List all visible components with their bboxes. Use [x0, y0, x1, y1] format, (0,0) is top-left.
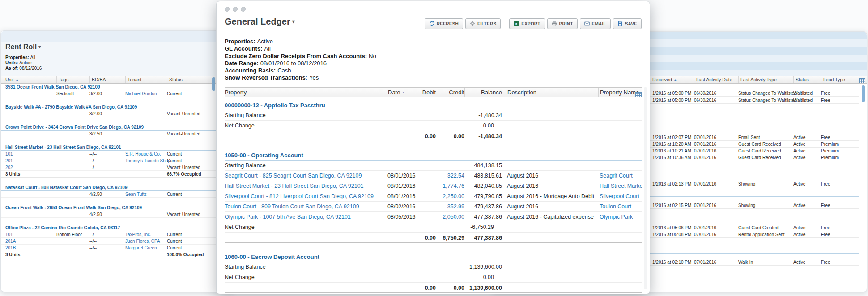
description-cell: August 2016 - Mortgage Auto Debit: [502, 193, 598, 199]
column-header-date[interactable]: Date▲: [386, 88, 418, 97]
gl-account-section-row: 00000000-12 - Appfolio Tax Passthru: [225, 100, 642, 110]
bdba-cell: --/--: [89, 165, 125, 170]
rent-roll-row: 3/2.00 Vacant-Unrented: [1, 110, 233, 117]
unit-link[interactable]: 201: [5, 158, 56, 163]
credit-amount-link[interactable]: 1,774.76: [436, 183, 464, 189]
status-cell: Active: [793, 182, 821, 186]
spacer-row: [1, 198, 233, 204]
gl-account-link[interactable]: 1060-00 - Escrow Deposit Account: [225, 254, 319, 260]
property-group-link[interactable]: Hall Street Market - 23 Hall Street San …: [5, 145, 121, 150]
credit-amount-link[interactable]: 322.54: [436, 173, 464, 179]
unit-link[interactable]: 201A: [5, 239, 56, 244]
last-activity-type-cell: Guest Card Received: [738, 155, 793, 160]
window-close-button[interactable]: [225, 7, 230, 12]
received-cell: 1/2016 at 02:15 PM: [652, 203, 694, 208]
column-header-received[interactable]: Received▲: [652, 76, 694, 83]
section-totals-row: 0.00 6,750.29 477,387.86: [225, 233, 642, 243]
property-name-link[interactable]: Olympic Park: [598, 214, 642, 220]
unit-link[interactable]: 101: [5, 232, 56, 237]
param-label: Units:: [5, 60, 18, 65]
credit-amount-link[interactable]: 2,050.00: [436, 214, 464, 220]
property-link[interactable]: Toulon Court - 809 Toulon Court San Dieg…: [225, 203, 386, 210]
column-header-last-activity-type[interactable]: Last Activity Type: [738, 76, 793, 83]
param-value: 08/01/2016 to 08/12/2016: [260, 60, 327, 67]
property-group-link[interactable]: Bayside Walk #A - 2790 Bayside Walk #A S…: [5, 105, 137, 110]
property-link[interactable]: Olympic Park - 1007 5th Ave San Diego, C…: [225, 214, 386, 220]
last-activity-date-cell: 07/01/2016: [694, 225, 738, 230]
property-group-link[interactable]: Nataskat Court - 808 Nataskat Court San …: [5, 185, 128, 190]
general-ledger-scrollbar[interactable]: [644, 87, 647, 289]
param-value: 08/12/2016: [19, 66, 42, 71]
column-header-tenant[interactable]: Tenant: [125, 76, 167, 83]
credit-amount-link[interactable]: 352.99: [436, 203, 464, 210]
print-button[interactable]: PRINT: [547, 18, 578, 29]
window-maximize-button[interactable]: [241, 7, 246, 12]
property-name-link[interactable]: Seagrit Court: [598, 173, 642, 179]
tenant-link[interactable]: Juan Flores, CPA: [125, 239, 167, 244]
grid-columns-icon[interactable]: [859, 77, 865, 85]
rent-roll-row: 4/2.50 Vacant-Unrented: [1, 211, 233, 218]
unit-link[interactable]: 202: [5, 165, 56, 170]
unit-link[interactable]: 101: [5, 152, 56, 156]
property-link[interactable]: Seagrit Court - 825 Seagrit Court San Di…: [225, 173, 386, 179]
property-link[interactable]: Silverpool Court - 812 Liverpool Court S…: [225, 193, 386, 199]
column-label: Last Activity Date: [696, 77, 732, 82]
date-cell: 08/02/2016: [386, 203, 418, 210]
property-name-link[interactable]: Hall Street Market: [598, 183, 642, 189]
param-line: Units:Active: [5, 60, 42, 66]
tenant-link[interactable]: Michael Gordon: [125, 91, 167, 96]
column-header-property[interactable]: Property: [225, 88, 386, 97]
balance-cell: 0.00: [464, 274, 502, 280]
credit-amount-link[interactable]: 2,250.00: [436, 193, 464, 199]
bdba-cell: 3/2.00: [89, 91, 125, 96]
column-header-credit[interactable]: Credit: [436, 88, 464, 97]
tenant-link[interactable]: Sean Tufts: [125, 192, 167, 197]
column-header-status[interactable]: Status: [793, 76, 821, 83]
tenant-link[interactable]: Tommy's Tuxedo Shop: [125, 158, 167, 163]
gl-account-link[interactable]: 00000000-12 - Appfolio Tax Passthru: [225, 102, 325, 109]
received-cell: 1/2016 at 10:21 AM: [652, 148, 694, 153]
column-header-unit[interactable]: Unit▲: [5, 76, 56, 83]
spacer-row: [1, 117, 233, 124]
export-button[interactable]: X EXPORT: [509, 18, 545, 29]
param-value: Yes: [309, 74, 319, 81]
filters-button[interactable]: FILTERS: [465, 18, 501, 29]
lead-type-cell: Free: [821, 135, 859, 140]
unit-link[interactable]: 201B: [5, 245, 56, 250]
column-label: Received: [652, 77, 672, 82]
rent-roll-scrollbar-thumb[interactable]: [212, 77, 215, 91]
rent-roll-title[interactable]: Rent Roll▾: [5, 43, 41, 51]
save-button[interactable]: SAVE: [613, 18, 642, 29]
property-name-link[interactable]: Silverpool Court: [598, 193, 642, 199]
column-header-balance[interactable]: Balance: [464, 88, 502, 97]
property-group-link[interactable]: 3531 Ocean Front Walk San Diego, CA 9210…: [5, 85, 100, 89]
property-group-link[interactable]: Office Plaza - 22 Camino Rio Grande Gole…: [5, 225, 120, 230]
property-link[interactable]: Hall Street Market - 23 Hall Street San …: [225, 183, 386, 189]
column-header-last-activity-date[interactable]: Last Activity Date: [694, 76, 738, 83]
tenant-link[interactable]: S.R. Houge & Co.: [125, 152, 167, 156]
guest-activity-scrollbar-thumb[interactable]: [862, 85, 865, 102]
tenant-link[interactable]: TaxPros, Inc.: [125, 232, 167, 237]
property-group-link[interactable]: Ocean Front Walk - 2653 Ocean Front Walk…: [5, 205, 142, 210]
balance-cell: 484,138.15: [464, 162, 502, 169]
last-activity-date-cell: 07/01/2016: [694, 155, 738, 160]
caret-down-icon: ▾: [38, 44, 41, 49]
property-name-link[interactable]: Toulon Court: [598, 203, 642, 210]
report-parameters: Properties:Active GL Accounts:All Exclud…: [225, 38, 376, 82]
column-header-tags[interactable]: Tags: [56, 76, 89, 83]
email-button[interactable]: EMAIL: [580, 18, 611, 29]
section-totals-row: 0.00 0.00 -1,480.34: [225, 131, 642, 141]
sort-asc-icon: ▲: [402, 91, 405, 94]
column-header-bdba[interactable]: BD/BA: [89, 76, 125, 83]
column-header-debit[interactable]: Debit: [418, 88, 436, 97]
gl-account-link[interactable]: 1050-00 - Operating Account: [225, 152, 303, 159]
refresh-button[interactable]: REFRESH: [425, 18, 463, 29]
window-minimize-button[interactable]: [233, 7, 238, 12]
row-label: Starting Balance: [225, 162, 386, 169]
rent-roll-row: Section8 3/2.00 Michael Gordon Current: [1, 90, 233, 97]
column-header-description[interactable]: Description: [502, 88, 598, 97]
grid-columns-icon[interactable]: [635, 90, 642, 99]
general-ledger-title[interactable]: General Ledger▾: [225, 17, 295, 27]
tenant-link[interactable]: Margaret Green: [125, 245, 167, 250]
property-group-link[interactable]: Crown Point Drive - 3434 Crown Point Dri…: [5, 125, 144, 130]
